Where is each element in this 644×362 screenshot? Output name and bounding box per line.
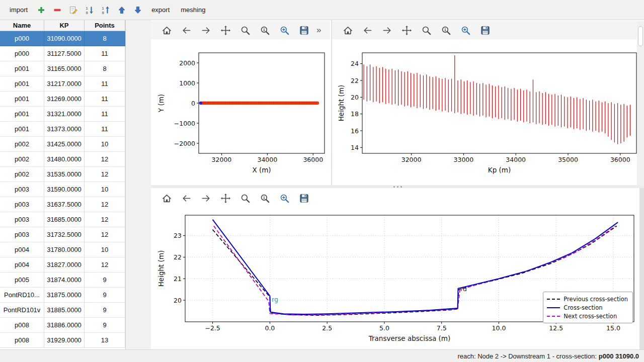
longitudinal-profile-plot[interactable]: 3200033000340003500036000141618202224Kp … bbox=[332, 40, 644, 185]
back-button[interactable] bbox=[179, 23, 194, 38]
table-row[interactable]: p00031127.500011 bbox=[0, 46, 125, 61]
meshing-button[interactable]: meshing bbox=[176, 4, 210, 16]
cross-section-plot[interactable]: rgrd−2.50.02.55.07.510.012.515.020212223… bbox=[151, 206, 644, 349]
kp-cell: 31425.0000 bbox=[44, 137, 85, 152]
sort-ascending-button[interactable]: 19 bbox=[99, 3, 113, 17]
svg-text:36000: 36000 bbox=[303, 156, 323, 163]
import-button[interactable]: import bbox=[5, 4, 32, 16]
move-down-button[interactable] bbox=[131, 3, 145, 17]
svg-text:7.5: 7.5 bbox=[437, 324, 447, 332]
svg-text:0.0: 0.0 bbox=[265, 324, 275, 332]
name-cell: p002 bbox=[0, 137, 44, 152]
forward-button[interactable] bbox=[379, 23, 394, 38]
name-cell: p004 bbox=[0, 242, 44, 257]
zoom-select-button[interactable] bbox=[277, 191, 292, 206]
points-cell: 11 bbox=[85, 46, 125, 61]
cross-section-canvas[interactable]: rgrd−2.50.02.55.07.510.012.515.020212223… bbox=[151, 206, 644, 349]
header-name[interactable]: Name bbox=[0, 20, 44, 31]
remove-section-button[interactable] bbox=[50, 3, 64, 17]
table-row[interactable]: p00331590.000010 bbox=[0, 182, 125, 197]
home-button[interactable] bbox=[159, 191, 174, 206]
table-row[interactable]: p00231480.000012 bbox=[0, 152, 125, 167]
sort-descending-button[interactable]: 19 bbox=[83, 3, 97, 17]
back-button[interactable] bbox=[179, 191, 194, 206]
points-cell: 10 bbox=[85, 182, 125, 197]
home-button[interactable] bbox=[159, 23, 174, 38]
table-row[interactable]: p00531874.00009 bbox=[0, 273, 125, 288]
export-button[interactable]: export bbox=[147, 4, 174, 16]
home-icon bbox=[161, 193, 173, 204]
horizontal-splitter[interactable] bbox=[151, 185, 644, 188]
table-row[interactable]: PontRD101v31885.00009 bbox=[0, 303, 125, 318]
pan-button[interactable] bbox=[218, 191, 233, 206]
table-row[interactable]: p00831929.000013 bbox=[0, 333, 125, 348]
zoom-button[interactable] bbox=[237, 23, 253, 38]
right-scrollbar[interactable] bbox=[637, 21, 644, 185]
back-button[interactable] bbox=[360, 23, 375, 38]
save-button[interactable] bbox=[296, 23, 311, 38]
svg-text:22: 22 bbox=[351, 77, 359, 84]
right-scrollbar-thumb[interactable] bbox=[638, 26, 643, 46]
pan-button[interactable] bbox=[218, 23, 233, 38]
table-row[interactable]: p00331685.000012 bbox=[0, 212, 125, 227]
forward-button[interactable] bbox=[198, 23, 213, 38]
zoom-select-button[interactable] bbox=[277, 23, 292, 38]
zoom-original-button[interactable] bbox=[257, 191, 272, 206]
svg-text:34000: 34000 bbox=[506, 156, 526, 163]
y-axis-label: Height (m) bbox=[157, 250, 165, 287]
gutter bbox=[126, 20, 151, 349]
name-cell: p003 bbox=[0, 212, 44, 227]
table-row[interactable]: PontRD10...31875.00009 bbox=[0, 288, 125, 303]
table-row[interactable]: p00831886.00009 bbox=[0, 318, 125, 333]
table-row[interactable]: p00331732.500012 bbox=[0, 227, 125, 242]
right-scrollbar-lower[interactable] bbox=[639, 188, 644, 349]
points-cell: 12 bbox=[85, 152, 125, 167]
table-row[interactable]: p00131269.000011 bbox=[0, 92, 125, 107]
svg-text:2000: 2000 bbox=[179, 59, 195, 67]
name-cell: p001 bbox=[0, 76, 44, 92]
forward-button[interactable] bbox=[198, 191, 213, 206]
table-row[interactable]: p00231535.000012 bbox=[0, 167, 125, 182]
name-cell: p001 bbox=[0, 107, 44, 122]
edit-section-button[interactable] bbox=[66, 3, 80, 17]
toolbar-overflow-button[interactable]: » bbox=[316, 25, 321, 35]
table-row[interactable]: p00431827.000012 bbox=[0, 257, 125, 273]
table-row[interactable]: p00031090.00008 bbox=[0, 31, 125, 46]
svg-text:20: 20 bbox=[351, 94, 359, 101]
svg-text:22: 22 bbox=[174, 253, 182, 261]
cross-section-plot-toolbar bbox=[151, 189, 493, 207]
points-cell: 10 bbox=[85, 137, 125, 152]
svg-text:33000: 33000 bbox=[454, 156, 474, 163]
table-row[interactable]: p00131217.000011 bbox=[0, 76, 125, 92]
table-row[interactable]: p00331637.500012 bbox=[0, 197, 125, 212]
add-section-button[interactable] bbox=[34, 3, 48, 17]
table-row[interactable]: p00131165.00008 bbox=[0, 61, 125, 76]
home-icon bbox=[342, 25, 354, 36]
zoom-button[interactable] bbox=[419, 23, 434, 38]
longitudinal-canvas[interactable]: 3200033000340003500036000141618202224Kp … bbox=[332, 40, 644, 185]
save-button[interactable] bbox=[477, 23, 493, 38]
plan-canvas[interactable]: 320003400036000−2000−1000010002000X (m)Y… bbox=[151, 40, 331, 185]
table-row[interactable]: p00231425.000010 bbox=[0, 137, 125, 152]
pan-button[interactable] bbox=[399, 23, 414, 38]
header-kp[interactable]: KP bbox=[44, 20, 85, 31]
kp-cell: 31929.0000 bbox=[44, 333, 85, 348]
zoom-original-button[interactable] bbox=[257, 23, 272, 38]
home-button[interactable] bbox=[340, 23, 355, 38]
name-cell: p001 bbox=[0, 92, 44, 107]
save-button[interactable] bbox=[296, 191, 311, 206]
table-row[interactable]: p00431780.000010 bbox=[0, 242, 125, 257]
kp-cell: 31480.0000 bbox=[44, 152, 85, 167]
move-up-button[interactable] bbox=[115, 3, 129, 17]
table-row[interactable]: p00131373.000011 bbox=[0, 122, 125, 137]
name-cell: p000 bbox=[0, 46, 44, 61]
zoom-button[interactable] bbox=[237, 191, 253, 206]
zoom-select-button[interactable] bbox=[458, 23, 473, 38]
header-points[interactable]: Points bbox=[85, 20, 125, 31]
table-row[interactable]: p00131321.000011 bbox=[0, 107, 125, 122]
plan-plot[interactable]: 320003400036000−2000−1000010002000X (m)Y… bbox=[151, 40, 331, 185]
name-cell: p001 bbox=[0, 61, 44, 76]
zoom-original-button[interactable] bbox=[438, 23, 453, 38]
points-cell: 11 bbox=[85, 122, 125, 137]
pan-icon bbox=[220, 193, 231, 204]
